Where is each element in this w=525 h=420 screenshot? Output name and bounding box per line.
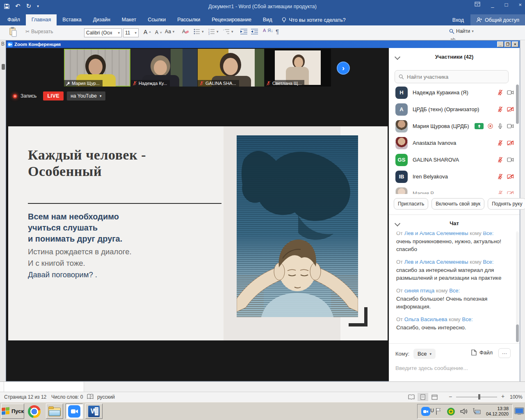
sort-button[interactable]: АЯ↓ bbox=[263, 28, 273, 33]
tray-clock[interactable]: 13:38 04.12.2020 bbox=[486, 406, 509, 417]
participant-row[interactable]: GS GALINA SHAROVA bbox=[389, 151, 520, 168]
ribbon-display-options-icon[interactable] bbox=[475, 2, 480, 8]
bullet-list-button[interactable]: ▾ bbox=[194, 28, 204, 35]
zoom-close-button[interactable]: × bbox=[512, 41, 518, 47]
zoom-maximize-button[interactable]: ❐ bbox=[504, 41, 511, 47]
read-mode-button[interactable] bbox=[406, 393, 417, 401]
participant-row[interactable]: Мария Щурова (ЦРДБ) bbox=[389, 118, 520, 135]
avatar: IB bbox=[395, 171, 408, 183]
chat-sender[interactable]: Лев и Алиса Селеменевы bbox=[404, 259, 468, 265]
clear-formatting-button[interactable]: A bbox=[182, 28, 189, 35]
speaker-tray-icon[interactable] bbox=[460, 408, 468, 415]
zoom-side-panel: Участники (42) Н Надежда Куракина (Я) А … bbox=[389, 48, 520, 381]
increase-indent-button[interactable] bbox=[251, 28, 258, 35]
chat-sender[interactable]: синяя птица bbox=[404, 288, 435, 294]
unmute-button[interactable]: Включить свой звук bbox=[431, 198, 484, 210]
print-layout-button[interactable] bbox=[418, 393, 428, 401]
zoom-titlebar[interactable]: Zoom Конференция _ ❐ × bbox=[6, 41, 520, 48]
slide-title: Каждый человек - Особенный bbox=[28, 147, 146, 180]
recipient-select[interactable]: Все ▾ bbox=[413, 349, 436, 359]
zoom-in-button[interactable]: + bbox=[501, 393, 504, 399]
zoom-percentage[interactable]: 100% bbox=[510, 394, 523, 400]
participant-name-overlay: Надежда Ку... bbox=[131, 80, 170, 87]
raise-hand-button[interactable]: Поднять руку bbox=[488, 198, 525, 210]
next-videos-button[interactable]: › bbox=[337, 62, 350, 75]
participant-row[interactable]: Н Надежда Куракина (Я) bbox=[389, 84, 520, 101]
web-layout-button[interactable] bbox=[429, 393, 440, 401]
participant-search-box[interactable] bbox=[395, 70, 509, 83]
zoom-tray-icon[interactable] bbox=[421, 407, 430, 416]
tab-review[interactable]: Рецензирование bbox=[206, 14, 257, 25]
participant-row[interactable]: IB Iren Belyakova bbox=[389, 168, 520, 185]
multilevel-list-button[interactable]: ¹▾ bbox=[223, 28, 233, 35]
zoom-minimize-button[interactable]: _ bbox=[497, 41, 504, 47]
cut-button[interactable]: ✂ Вырезать bbox=[25, 29, 53, 34]
youtube-stream-button[interactable]: на YouTube ▾ bbox=[67, 91, 105, 100]
zoom-meeting-window: Zoom Конференция _ ❐ × Мария Щур... Наде… bbox=[6, 40, 520, 381]
grow-font-button[interactable]: А˄ bbox=[144, 29, 151, 35]
font-name-select[interactable]: Calibri (Осн▾ bbox=[84, 28, 122, 37]
participant-row[interactable]: Мария Р... bbox=[389, 185, 520, 194]
tab-home[interactable]: Главная bbox=[26, 14, 57, 25]
shrink-font-button[interactable]: А˅ bbox=[155, 30, 162, 35]
chat-scrollbar-thumb[interactable] bbox=[516, 324, 519, 342]
language-indicator[interactable]: русский bbox=[97, 394, 115, 400]
network-tray-icon[interactable] bbox=[472, 408, 482, 415]
tab-layout[interactable]: Макет bbox=[116, 14, 142, 25]
chat-message: От синяя птица кому Все: Спасибо большое… bbox=[396, 288, 509, 310]
slide-lead-text: Всем нам необходимо учиться слушать и по… bbox=[28, 211, 122, 244]
word-close-button[interactable]: × bbox=[518, 2, 522, 8]
chat-message-input[interactable] bbox=[395, 365, 510, 371]
tab-mailings[interactable]: Рассылки bbox=[171, 14, 206, 25]
zoom-out-button[interactable]: − bbox=[449, 393, 452, 400]
tab-view[interactable]: Вид bbox=[257, 14, 278, 25]
find-button[interactable]: Найти▾ bbox=[449, 28, 474, 34]
zoom-taskbar-button[interactable] bbox=[66, 404, 83, 419]
tab-file[interactable]: Файл bbox=[0, 14, 26, 25]
zoom-slider[interactable] bbox=[456, 397, 497, 397]
tab-insert[interactable]: Вставка bbox=[57, 14, 87, 25]
zoom-slider-thumb[interactable] bbox=[478, 394, 480, 399]
chat-message-list[interactable]: От Лев и Алиса Селеменевы кому Все: очен… bbox=[389, 230, 520, 342]
search-input[interactable] bbox=[407, 74, 504, 80]
invite-button[interactable]: Пригласить bbox=[394, 198, 428, 210]
send-file-button[interactable]: Файл bbox=[471, 349, 493, 356]
start-button[interactable]: Пуск bbox=[1, 404, 24, 419]
tab-references[interactable]: Ссылки bbox=[142, 14, 171, 25]
recording-indicator: Запись LIVE на YouTube ▾ bbox=[13, 91, 105, 100]
flag-tray-icon[interactable] bbox=[435, 407, 442, 415]
font-size-select[interactable]: 11▾ bbox=[123, 28, 139, 37]
chat-sender[interactable]: Лев и Алиса Селеменевы bbox=[404, 230, 468, 236]
video-thumbnail-4[interactable]: Светлана Щ... bbox=[265, 49, 331, 87]
share-button[interactable]: Общий доступ bbox=[470, 14, 525, 25]
proofing-icon[interactable] bbox=[87, 393, 94, 400]
page-indicator[interactable]: Страница 12 из 12 bbox=[4, 394, 46, 400]
word-maximize-button[interactable]: □ bbox=[505, 2, 508, 8]
video-thumbnail-3[interactable]: GALINA SHA... bbox=[198, 49, 264, 87]
windows-taskbar: Пуск W RU 13:38 04.12.2020 bbox=[0, 402, 525, 420]
show-desktop-icon[interactable] bbox=[514, 407, 524, 415]
word-taskbar-button[interactable]: W bbox=[85, 404, 103, 419]
chrome-taskbar-icon[interactable] bbox=[28, 405, 41, 418]
tab-design[interactable]: Дизайн bbox=[87, 14, 116, 25]
word-count[interactable]: Число слов: 0 bbox=[51, 394, 83, 400]
file-explorer-taskbar-button[interactable] bbox=[46, 404, 63, 419]
numbered-list-button[interactable]: 123▾ bbox=[208, 28, 219, 35]
paste-button[interactable] bbox=[9, 27, 17, 38]
pilcrow-button[interactable]: ¶ bbox=[276, 28, 279, 35]
participants-scrollbar[interactable] bbox=[516, 84, 519, 124]
word-minimize-button[interactable]: _ bbox=[491, 2, 494, 8]
windows-logo-icon bbox=[2, 407, 9, 415]
antivirus-tray-icon[interactable] bbox=[447, 407, 455, 416]
tell-me-box[interactable]: Что вы хотите сделать? bbox=[278, 14, 349, 25]
participant-row[interactable]: А ЦРДБ (техн) (Организатор) bbox=[389, 101, 520, 118]
word-scrollbar[interactable] bbox=[520, 40, 525, 381]
chat-sender[interactable]: Ольга Васильева bbox=[404, 316, 447, 322]
chat-more-button[interactable]: … bbox=[498, 348, 511, 358]
decrease-indent-button[interactable] bbox=[240, 28, 247, 35]
video-thumbnail-1[interactable]: Мария Щур... bbox=[64, 49, 130, 87]
sign-in-button[interactable]: Вход bbox=[446, 17, 470, 23]
video-thumbnail-2[interactable]: Надежда Ку... bbox=[131, 49, 197, 87]
participant-row[interactable]: Anastazia Ivanova bbox=[389, 135, 520, 151]
change-case-button[interactable]: Аа▾ bbox=[165, 29, 174, 34]
